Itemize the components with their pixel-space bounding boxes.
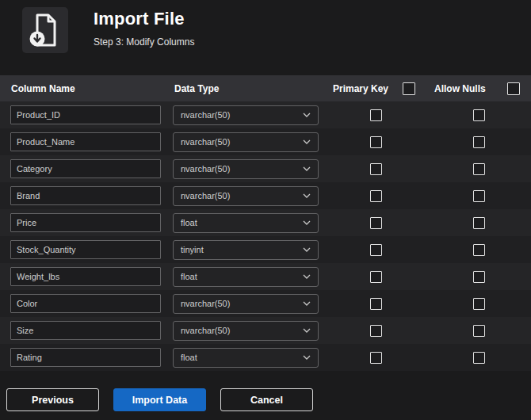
cancel-button[interactable]: Cancel (220, 388, 313, 411)
chevron-down-icon (303, 113, 311, 117)
data-type-select[interactable]: nvarchar(50) (173, 105, 319, 125)
primary-key-select-all-checkbox[interactable] (403, 82, 415, 95)
primary-key-header: Primary Key (325, 82, 426, 95)
primary-key-checkbox[interactable] (370, 244, 382, 256)
primary-key-checkbox[interactable] (370, 190, 382, 202)
data-type-value: nvarchar(50) (181, 326, 230, 335)
data-type-select[interactable]: float (173, 348, 319, 368)
allow-nulls-checkbox[interactable] (473, 163, 485, 175)
allow-nulls-checkbox[interactable] (473, 325, 485, 337)
column-name-cell (0, 159, 166, 178)
dialog-header: Import File Step 3: Modify Columns (0, 0, 531, 53)
allow-nulls-checkbox[interactable] (473, 136, 485, 148)
previous-button[interactable]: Previous (6, 388, 99, 411)
data-type-select[interactable]: float (173, 267, 319, 287)
data-type-select[interactable]: nvarchar(50) (173, 294, 319, 314)
column-name-cell (0, 186, 166, 205)
allow-nulls-select-all-checkbox[interactable] (507, 82, 520, 95)
data-type-select[interactable]: nvarchar(50) (173, 159, 319, 179)
allow-nulls-cell (426, 136, 531, 148)
data-type-select[interactable]: nvarchar(50) (173, 186, 319, 206)
column-name-cell (0, 240, 166, 259)
allow-nulls-cell (426, 352, 531, 364)
primary-key-checkbox[interactable] (370, 136, 382, 148)
data-type-value: nvarchar(50) (181, 110, 230, 120)
primary-key-cell (325, 271, 426, 283)
chevron-down-icon (303, 328, 311, 333)
allow-nulls-checkbox[interactable] (473, 298, 485, 310)
table-row: float (0, 263, 531, 290)
data-type-cell: float (166, 213, 325, 233)
primary-key-checkbox[interactable] (370, 325, 382, 337)
primary-key-checkbox[interactable] (370, 298, 382, 310)
columns-table: Column Name Data Type Primary Key Allow … (0, 75, 531, 371)
primary-key-cell (325, 109, 426, 121)
data-type-cell: nvarchar(50) (166, 294, 325, 314)
data-type-select[interactable]: float (173, 213, 319, 233)
allow-nulls-checkbox[interactable] (473, 190, 485, 202)
chevron-down-icon (303, 139, 311, 144)
allow-nulls-header: Allow Nulls (426, 82, 531, 95)
data-type-cell: nvarchar(50) (166, 186, 325, 206)
data-type-select[interactable]: nvarchar(50) (173, 321, 319, 341)
primary-key-cell (325, 325, 426, 337)
column-name-header: Column Name (0, 83, 166, 94)
data-type-cell: nvarchar(50) (166, 321, 325, 341)
allow-nulls-cell (426, 271, 531, 283)
table-row: tinyint (0, 236, 531, 263)
data-type-cell: nvarchar(50) (166, 132, 325, 152)
data-type-value: nvarchar(50) (181, 299, 230, 308)
data-type-cell: float (166, 267, 325, 287)
column-name-input[interactable] (10, 321, 161, 340)
column-name-input[interactable] (10, 132, 161, 151)
allow-nulls-cell (426, 109, 531, 121)
import-file-icon (22, 7, 68, 53)
header-text: Import File Step 3: Modify Columns (94, 7, 194, 48)
column-name-input[interactable] (10, 348, 161, 367)
data-type-select[interactable]: tinyint (173, 240, 319, 260)
primary-key-checkbox[interactable] (370, 217, 382, 229)
column-name-input[interactable] (10, 186, 161, 205)
primary-key-checkbox[interactable] (370, 109, 382, 121)
chevron-down-icon (303, 355, 311, 360)
primary-key-cell (325, 244, 426, 256)
chevron-down-icon (303, 193, 311, 198)
data-type-value: float (181, 272, 197, 281)
data-type-value: tinyint (181, 245, 204, 254)
column-name-cell (0, 132, 166, 151)
table-row: nvarchar(50) (0, 155, 531, 182)
column-name-input[interactable] (10, 105, 161, 124)
allow-nulls-checkbox[interactable] (473, 271, 485, 283)
column-name-input[interactable] (10, 240, 161, 259)
primary-key-checkbox[interactable] (370, 352, 382, 364)
allow-nulls-checkbox[interactable] (473, 109, 485, 121)
import-data-button[interactable]: Import Data (113, 388, 206, 411)
chevron-down-icon (303, 166, 311, 171)
data-type-value: nvarchar(50) (181, 164, 230, 174)
primary-key-cell (325, 190, 426, 202)
allow-nulls-checkbox[interactable] (473, 217, 485, 229)
column-name-input[interactable] (10, 213, 161, 232)
column-name-input[interactable] (10, 267, 161, 286)
table-body: nvarchar(50) nvarchar(50) (0, 101, 531, 371)
data-type-cell: nvarchar(50) (166, 159, 325, 179)
primary-key-cell (325, 298, 426, 310)
data-type-select[interactable]: nvarchar(50) (173, 132, 319, 152)
column-name-cell (0, 267, 166, 286)
data-type-value: float (181, 218, 197, 227)
footer: Previous Import Data Cancel (0, 371, 531, 411)
column-name-input[interactable] (10, 294, 161, 313)
primary-key-checkbox[interactable] (370, 271, 382, 283)
primary-key-header-label: Primary Key (333, 83, 388, 94)
primary-key-cell (325, 217, 426, 229)
primary-key-cell (325, 163, 426, 175)
data-type-value: float (181, 353, 197, 362)
data-type-cell: float (166, 348, 325, 368)
chevron-down-icon (303, 301, 311, 306)
allow-nulls-checkbox[interactable] (473, 244, 485, 256)
primary-key-checkbox[interactable] (370, 163, 382, 175)
column-name-input[interactable] (10, 159, 161, 178)
column-name-cell (0, 213, 166, 232)
table-header-row: Column Name Data Type Primary Key Allow … (0, 75, 531, 101)
allow-nulls-checkbox[interactable] (473, 352, 485, 364)
